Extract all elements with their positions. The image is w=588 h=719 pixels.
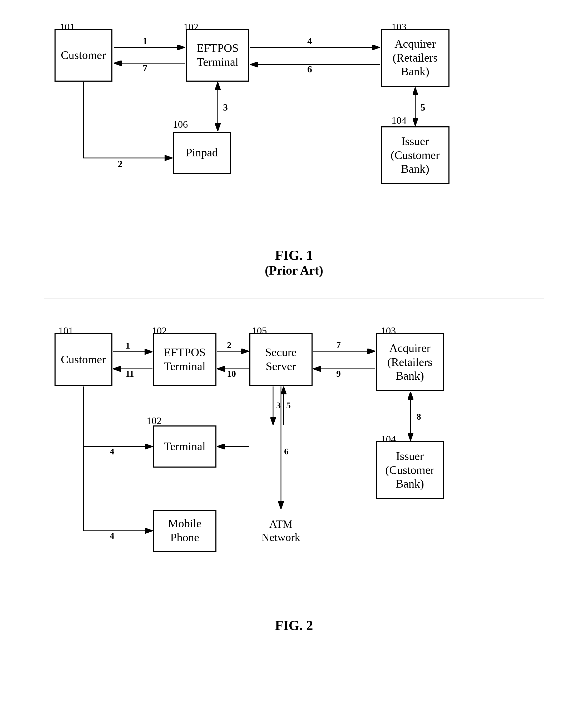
svg-text:1: 1 <box>126 341 130 351</box>
customer-box-fig1: Customer <box>55 29 112 82</box>
fig2-section: 101 102 105 103 104 102 Customer EFTPOS … <box>21 320 567 633</box>
svg-text:4: 4 <box>110 446 114 456</box>
eftpos-box-fig1: EFTPOS Terminal <box>186 29 249 82</box>
ref-106-fig1: 106 <box>173 119 188 130</box>
fig2-diagram: 101 102 105 103 104 102 Customer EFTPOS … <box>44 320 544 610</box>
fig1-section: 101 102 103 104 106 Customer EFTPOS Term… <box>21 16 567 277</box>
ref-102b-fig2: 102 <box>147 415 162 426</box>
svg-text:4: 4 <box>307 36 312 46</box>
secure-server-box-fig2: Secure Server <box>249 333 313 386</box>
svg-text:9: 9 <box>336 369 341 379</box>
svg-text:7: 7 <box>336 340 341 350</box>
fig1-arrows: 1 7 4 6 5 3 2 <box>44 16 544 232</box>
pinpad-box-fig1: Pinpad <box>173 132 231 174</box>
svg-text:6: 6 <box>307 64 312 75</box>
page: 101 102 103 104 106 Customer EFTPOS Term… <box>0 0 588 719</box>
svg-text:5: 5 <box>421 102 425 113</box>
eftpos-box-fig2: EFTPOS Terminal <box>153 333 216 386</box>
mobile-box-fig2: Mobile Phone <box>153 510 216 552</box>
svg-text:3: 3 <box>276 400 281 410</box>
svg-text:4: 4 <box>110 531 114 541</box>
ref-104-fig1: 104 <box>392 114 406 126</box>
svg-text:7: 7 <box>143 63 147 73</box>
terminal-box-fig2: Terminal <box>153 425 216 468</box>
customer-box-fig2: Customer <box>55 333 112 386</box>
svg-text:8: 8 <box>417 412 421 422</box>
svg-text:10: 10 <box>227 369 236 379</box>
svg-text:1: 1 <box>143 36 147 46</box>
svg-text:2: 2 <box>227 340 231 350</box>
fig1-diagram: 101 102 103 104 106 Customer EFTPOS Term… <box>44 16 544 232</box>
svg-text:5: 5 <box>286 400 291 410</box>
acquirer-box-fig2: Acquirer (Retailers Bank) <box>376 333 444 391</box>
svg-text:6: 6 <box>284 446 289 456</box>
atm-box-fig2: ATM Network <box>255 510 307 552</box>
issuer-box-fig1: Issuer (Customer Bank) <box>381 126 449 184</box>
fig1-caption: FIG. 1 (Prior Art) <box>21 248 567 277</box>
acquirer-box-fig1: Acquirer (Retailers Bank) <box>381 29 449 87</box>
svg-text:11: 11 <box>126 369 134 379</box>
svg-text:2: 2 <box>118 159 123 169</box>
issuer-box-fig2: Issuer (Customer Bank) <box>376 441 444 499</box>
fig2-caption: FIG. 2 <box>21 618 567 633</box>
divider <box>44 299 544 299</box>
svg-text:3: 3 <box>223 102 228 113</box>
